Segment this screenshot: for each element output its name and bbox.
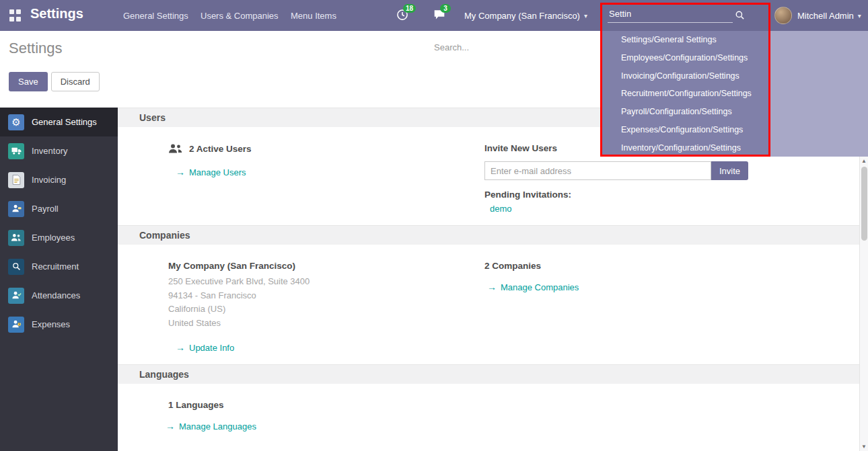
menu-search-result-5[interactable]: Expenses/Configuration/Settings <box>602 121 770 139</box>
sidebar-item-label: Payroll <box>32 204 59 214</box>
sidebar-item-expenses[interactable]: $ Expenses <box>0 310 118 339</box>
menu-search-dropdown: Settings/General Settings Employees/Conf… <box>602 31 868 157</box>
top-navbar: Settings General Settings Users & Compan… <box>0 0 868 31</box>
address-line: 94134 - San Francisco <box>168 289 484 303</box>
user-name: Mitchell Admin <box>797 11 854 21</box>
sidebar-item-recruitment[interactable]: Recruitment <box>0 252 118 281</box>
settings-main: Users 2 Active Users → Manage <box>118 108 868 451</box>
chevron-down-icon: ▾ <box>858 12 861 19</box>
content-area: ⚙ General Settings Inventory <box>0 108 868 451</box>
discard-button[interactable]: Discard <box>51 72 100 91</box>
users-left-column: 2 Active Users → Manage Users <box>168 143 484 214</box>
active-users-count: 2 Active Users <box>189 144 252 154</box>
gear-icon: ⚙ <box>8 114 24 130</box>
sidebar-item-label: Inventory <box>32 146 67 156</box>
companies-right-column: 2 Companies → Manage Companies <box>484 261 859 354</box>
section-header-companies: Companies <box>118 225 859 245</box>
sidebar-item-label: Recruitment <box>32 261 79 272</box>
manage-arrow-icon: → <box>487 282 497 292</box>
menu-search-result-1[interactable]: Employees/Configuration/Settings <box>602 49 770 67</box>
manage-languages-link[interactable]: → Manage Languages <box>166 421 256 432</box>
invite-email-input[interactable] <box>484 161 711 180</box>
address-line: United States <box>168 317 484 331</box>
sidebar-item-label: Employees <box>32 233 75 243</box>
menu-search <box>608 5 756 26</box>
sidebar-item-attendances[interactable]: Attendances <box>0 281 118 310</box>
address-line: California (US) <box>168 302 484 317</box>
invoice-icon <box>8 172 24 188</box>
employees-icon <box>8 230 24 246</box>
settings-sidebar: ⚙ General Settings Inventory <box>0 108 118 451</box>
scroll-up-icon[interactable]: ▲ <box>861 157 867 165</box>
company-name: My Company (San Francisco) <box>168 261 484 271</box>
menu-search-result-2[interactable]: Invoicing/Configuration/Settings <box>602 67 770 85</box>
messages-menu-button[interactable]: 3 <box>433 9 445 24</box>
activity-menu-button[interactable]: 18 <box>396 9 408 24</box>
manage-arrow-icon: → <box>176 342 185 353</box>
breadcrumb: Settings <box>9 40 63 57</box>
companies-left-column: My Company (San Francisco) 250 Executive… <box>168 261 484 354</box>
scroll-down-icon[interactable]: ▼ <box>861 442 867 451</box>
menu-search-result-3[interactable]: Recruitment/Configuration/Settings <box>602 85 770 103</box>
menu-search-result-6[interactable]: Inventory/Configuration/Settings <box>602 138 770 157</box>
company-switcher[interactable]: My Company (San Francisco) ▾ <box>464 11 587 21</box>
save-button[interactable]: Save <box>9 72 48 91</box>
pending-invitations-label: Pending Invitations: <box>484 190 859 200</box>
menu-search-result-0[interactable]: Settings/General Settings <box>602 31 770 49</box>
users-group-icon <box>168 143 183 155</box>
apps-menu-icon[interactable] <box>9 9 22 22</box>
menu-search-results: Settings/General Settings Employees/Conf… <box>602 31 770 157</box>
manage-users-link[interactable]: → Manage Users <box>176 167 246 177</box>
menu-search-panel-filler <box>770 31 868 157</box>
address-line: 250 Executive Park Blvd, Suite 3400 <box>168 275 484 289</box>
languages-left-column: 1 Languages → Manage Languages <box>168 400 484 432</box>
company-address: 250 Executive Park Blvd, Suite 3400 9413… <box>168 275 484 330</box>
activity-count-badge: 18 <box>403 4 416 13</box>
payroll-icon <box>8 201 24 217</box>
user-avatar[interactable] <box>774 7 792 24</box>
control-panel-buttons: Save Discard <box>9 72 100 91</box>
sidebar-item-label: General Settings <box>32 117 97 127</box>
section-companies: My Company (San Francisco) 250 Executive… <box>118 245 859 364</box>
manage-arrow-icon: → <box>166 421 175 432</box>
sidebar-item-payroll[interactable]: Payroll <box>0 194 118 223</box>
search-icon[interactable] <box>735 10 745 20</box>
chevron-down-icon: ▾ <box>584 12 587 19</box>
section-header-languages: Languages <box>118 364 859 384</box>
menu-users-companies[interactable]: Users & Companies <box>201 11 279 21</box>
menu-general-settings[interactable]: General Settings <box>123 11 188 21</box>
pending-invitation-demo[interactable]: demo <box>490 204 512 214</box>
update-info-link[interactable]: → Update Info <box>176 342 234 353</box>
app-title: Settings <box>30 6 83 22</box>
sidebar-item-general-settings[interactable]: ⚙ General Settings <box>0 108 118 136</box>
odoo-settings-window: Settings General Settings Users & Compan… <box>0 0 868 451</box>
truck-icon <box>8 143 24 159</box>
attendances-icon <box>8 288 24 304</box>
sidebar-item-inventory[interactable]: Inventory <box>0 136 118 165</box>
company-switcher-label: My Company (San Francisco) <box>464 11 580 21</box>
languages-count: 1 Languages <box>168 400 484 410</box>
menu-search-result-4[interactable]: Payroll/Configuration/Settings <box>602 103 770 121</box>
menu-search-input[interactable] <box>608 5 733 23</box>
recruitment-icon <box>8 259 24 275</box>
sidebar-item-label: Attendances <box>32 290 80 300</box>
vertical-scrollbar[interactable]: ▲ ▼ <box>859 157 868 451</box>
messages-count-badge: 3 <box>440 4 451 13</box>
user-menu[interactable]: Mitchell Admin ▾ <box>797 11 861 21</box>
sidebar-item-label: Expenses <box>32 319 70 329</box>
companies-count: 2 Companies <box>484 261 859 271</box>
expenses-icon: $ <box>8 317 24 333</box>
manage-companies-link[interactable]: → Manage Companies <box>487 282 579 292</box>
invite-button[interactable]: Invite <box>711 161 748 180</box>
sidebar-item-invoicing[interactable]: Invoicing <box>0 165 118 194</box>
sidebar-item-label: Invoicing <box>32 175 66 185</box>
menu-menu-items[interactable]: Menu Items <box>291 11 336 21</box>
scrollbar-thumb[interactable] <box>861 167 867 241</box>
section-languages: 1 Languages → Manage Languages <box>118 384 859 443</box>
sidebar-item-employees[interactable]: Employees <box>0 223 118 252</box>
manage-arrow-icon: → <box>176 167 185 177</box>
svg-text:$: $ <box>18 323 20 326</box>
